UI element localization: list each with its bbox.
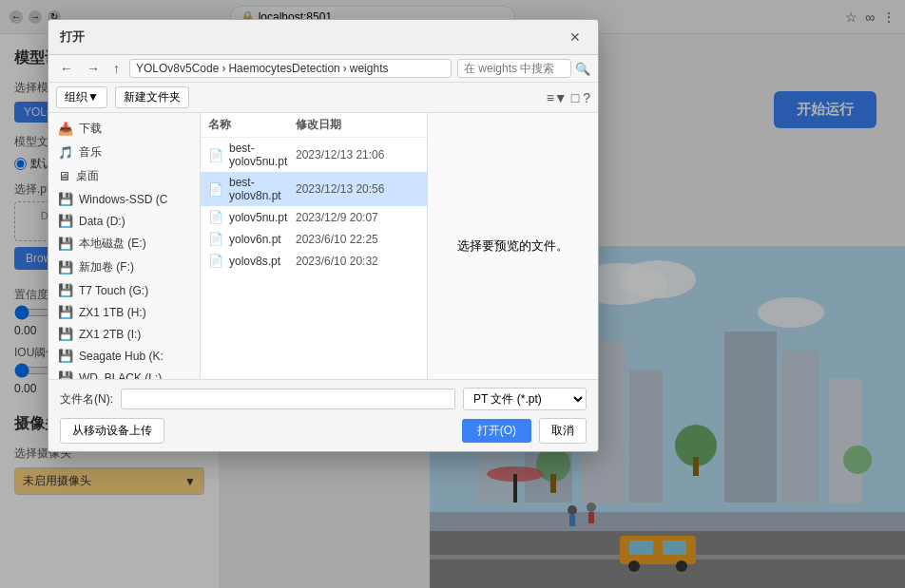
desktop-icon: 🖥 [58, 169, 70, 183]
dialog-buttons: 从移动设备上传 打开(O) 取消 [60, 418, 587, 444]
file-icon-0: 📄 [208, 148, 223, 162]
breadcrumb-sep-1: › [221, 62, 225, 75]
search-bar: 🔍 [457, 59, 590, 78]
file-item-2[interactable]: 📄 yolov5nu.pt 2023/12/9 20:07 [201, 206, 427, 228]
drive-k-icon: 💾 [58, 349, 73, 363]
nav-item-d-drive[interactable]: 💾Data (D:) [48, 210, 200, 232]
nav-item-i-drive[interactable]: 💾ZX1 2TB (I:) [48, 323, 200, 345]
breadcrumb-bar: YOLOv8v5Code › HaemocytesDetection › wei… [129, 59, 452, 78]
organize-button[interactable]: 组织▼ [56, 86, 107, 108]
drive-h-icon: 💾 [58, 305, 73, 319]
dialog-up-button[interactable]: ↑ [109, 59, 124, 78]
filename-label: 文件名(N): [60, 391, 113, 408]
nav-item-e-drive[interactable]: 💾本地磁盘 (E:) [48, 232, 200, 256]
nav-item-l-drive[interactable]: 💾WD_BLACK (L:) [48, 367, 200, 379]
file-list: 名称 修改日期 📄 best-yolov5nu.pt 2023/12/13 21… [201, 113, 427, 379]
file-name-1: best-yolov8n.pt [229, 176, 296, 202]
file-item-1[interactable]: 📄 best-yolov8n.pt 2023/12/13 20:56 [201, 172, 427, 206]
drive-i-icon: 💾 [58, 327, 73, 341]
file-icon-3: 📄 [208, 232, 223, 246]
search-icon: 🔍 [575, 62, 590, 76]
new-folder-button[interactable]: 新建文件夹 [115, 86, 189, 108]
filename-row: 文件名(N): PT 文件 (*.pt) [60, 388, 587, 410]
file-name-2: yolov5nu.pt [229, 211, 296, 224]
breadcrumb-1: YOLOv8v5Code [136, 62, 219, 75]
dialog-title: 打开 [60, 28, 85, 46]
breadcrumb-3: weights [350, 62, 389, 75]
nav-item-g-drive[interactable]: 💾T7 Touch (G:) [48, 279, 200, 301]
dialog-title-bar: 打开 ✕ [48, 20, 598, 55]
nav-item-f-drive[interactable]: 💾新加卷 (F:) [48, 256, 200, 279]
sidebar-nav: 📥下载 🎵音乐 🖥桌面 💾Windows-SSD (C 💾Data (D:) 💾… [48, 113, 201, 379]
filetype-select[interactable]: PT 文件 (*.pt) [463, 388, 587, 410]
file-icon-4: 📄 [208, 254, 223, 268]
file-date-0: 2023/12/13 21:06 [296, 148, 419, 161]
file-date-1: 2023/12/13 20:56 [296, 182, 419, 196]
nav-item-desktop[interactable]: 🖥桌面 [48, 164, 200, 188]
file-icon-2: 📄 [208, 210, 223, 224]
dialog-overlay: 打开 ✕ ← → ↑ YOLOv8v5Code › HaemocytesDete… [0, 0, 905, 588]
drive-f-icon: 💾 [58, 260, 73, 275]
nav-item-music[interactable]: 🎵音乐 [48, 141, 200, 164]
dialog-back-button[interactable]: ← [56, 59, 77, 78]
view-help-button[interactable]: ? [583, 90, 590, 105]
file-preview-area: 选择要预览的文件。 [427, 113, 598, 379]
music-icon: 🎵 [58, 145, 73, 160]
file-date-3: 2023/6/10 22:25 [296, 233, 419, 246]
file-item-3[interactable]: 📄 yolov6n.pt 2023/6/10 22:25 [201, 228, 427, 250]
drive-c-icon: 💾 [58, 192, 73, 206]
file-item-0[interactable]: 📄 best-yolov5nu.pt 2023/12/13 21:06 [201, 138, 427, 172]
dialog-forward-button[interactable]: → [83, 59, 104, 78]
breadcrumb-sep-2: › [343, 62, 347, 75]
drive-e-icon: 💾 [58, 237, 73, 251]
nav-item-c-drive[interactable]: 💾Windows-SSD (C [48, 188, 200, 210]
nav-item-h-drive[interactable]: 💾ZX1 1TB (H:) [48, 301, 200, 323]
filename-input[interactable] [121, 389, 455, 409]
upload-from-device-button[interactable]: 从移动设备上传 [60, 418, 164, 444]
file-list-header: 名称 修改日期 [201, 113, 427, 138]
dialog-toolbar: ← → ↑ YOLOv8v5Code › HaemocytesDetection… [48, 55, 598, 83]
dialog-bottom: 文件名(N): PT 文件 (*.pt) 从移动设备上传 打开(O) 取消 [48, 379, 598, 451]
view-grid-button[interactable]: □ [571, 90, 579, 105]
file-date-4: 2023/6/10 20:32 [296, 255, 419, 268]
preview-empty-text: 选择要预览的文件。 [457, 237, 568, 255]
dialog-close-button[interactable]: ✕ [564, 28, 587, 47]
file-name-3: yolov6n.pt [229, 233, 296, 246]
dialog-action-bar: 组织▼ 新建文件夹 ≡▼ □ ? [48, 83, 598, 113]
search-input[interactable] [457, 59, 571, 78]
file-icon-1: 📄 [208, 182, 223, 197]
col-header-name: 名称 [208, 117, 296, 133]
file-list-area: 📥下载 🎵音乐 🖥桌面 💾Windows-SSD (C 💾Data (D:) 💾… [48, 113, 598, 379]
nav-item-download[interactable]: 📥下载 [48, 117, 200, 141]
drive-d-icon: 💾 [58, 214, 73, 228]
cancel-button[interactable]: 取消 [539, 418, 587, 444]
file-dialog: 打开 ✕ ← → ↑ YOLOv8v5Code › HaemocytesDete… [48, 19, 599, 452]
download-icon: 📥 [58, 122, 73, 136]
file-date-2: 2023/12/9 20:07 [296, 211, 419, 224]
nav-item-k-drive[interactable]: 💾Seagate Hub (K: [48, 345, 200, 367]
open-button[interactable]: 打开(O) [462, 419, 531, 443]
file-item-4[interactable]: 📄 yolov8s.pt 2023/6/10 20:32 [201, 250, 427, 272]
breadcrumb-2: HaemocytesDetection [228, 62, 339, 75]
view-options: ≡▼ □ ? [547, 90, 590, 105]
view-list-button[interactable]: ≡▼ [547, 90, 568, 105]
drive-g-icon: 💾 [58, 283, 73, 297]
col-header-date: 修改日期 [296, 117, 419, 133]
drive-l-icon: 💾 [58, 370, 73, 379]
file-name-4: yolov8s.pt [229, 255, 296, 268]
file-name-0: best-yolov5nu.pt [229, 142, 296, 168]
